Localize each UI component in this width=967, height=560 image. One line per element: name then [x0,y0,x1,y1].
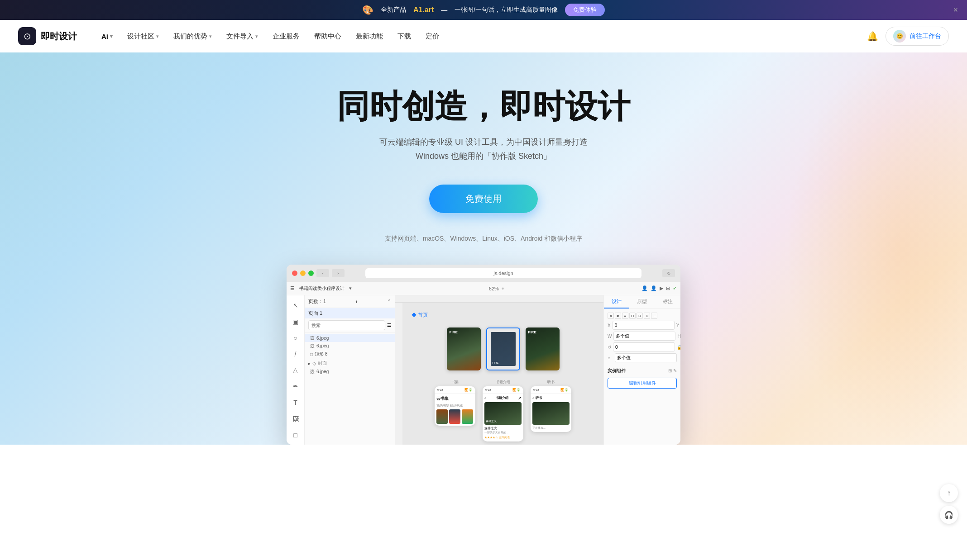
align-left-icon[interactable]: ⊲ [608,313,614,319]
align-right-icon[interactable]: ≡ [622,313,628,319]
hero-cta-button[interactable]: 免费使用 [429,185,538,213]
tab-design[interactable]: 设计 [604,295,629,308]
frame-tool[interactable]: ▣ [289,315,302,328]
component-options-icon[interactable]: ⊞ ✎ [668,368,677,373]
refresh-button[interactable]: ↻ [662,269,675,277]
nav-item-download[interactable]: 下载 [391,28,417,44]
circle-tool[interactable]: ○ [289,332,302,344]
hero-subtitle-line1: 可云端编辑的专业级 UI 设计工具，为中国设计师量身打造 [379,138,588,147]
image-tool[interactable]: 🖼 [289,413,302,425]
play-icon[interactable]: ▶ [660,285,663,291]
layer-search-input[interactable] [308,320,385,330]
more-align-icon[interactable]: ⋯ [651,313,657,319]
check-icon: ✓ [673,285,677,291]
bell-icon[interactable]: 🔔 [867,31,878,42]
cursor-tool[interactable]: ↖ [289,299,302,312]
x-label: X [608,323,611,328]
url-bar[interactable]: js.design [365,268,641,278]
nav-forward-button[interactable]: › [332,269,345,277]
banner-cta-button[interactable]: 免费体验 [565,4,605,16]
nav-item-pricing[interactable]: 定价 [419,28,445,44]
extra-input[interactable] [615,353,677,362]
nav-item-community[interactable]: 设计社区 ▾ [121,28,165,44]
hero-support-text: 支持网页端、macOS、Windows、Linux、iOS、Android 和微… [385,235,582,243]
layer-item-rect[interactable]: □ 矩形 8 [305,350,395,359]
text-tool[interactable]: T [289,396,302,409]
edit-component-button[interactable]: 编辑引用组件 [608,378,677,389]
triangle-tool[interactable]: △ [289,364,302,377]
add-page-button[interactable]: + [355,299,358,304]
w-input[interactable] [613,332,675,341]
layer-name: 6.jpeg [316,369,329,374]
rotation-input[interactable] [613,342,675,351]
nav-item-ai[interactable]: Ai ▾ [95,29,119,44]
nav-item-features[interactable]: 最新功能 [349,28,389,44]
right-panel-tabs: 设计 原型 标注 [604,295,680,309]
dropdown-icon[interactable]: ▾ [349,285,352,291]
book-card-2[interactable]: FIRE [486,327,520,370]
book-card-1[interactable]: FIRE [447,327,481,370]
group-name: 封面 [318,360,327,366]
goto-workspace-button[interactable]: 😊 前往工作台 [886,27,949,46]
phone-header-1: 9:41 📶🔋 [435,386,475,394]
book-grid-1 [436,409,474,424]
zoom-add-button[interactable]: + [502,286,504,291]
window-close-dot[interactable] [292,271,297,276]
align-middle-icon[interactable]: ⊔ [637,313,643,319]
pen-tool[interactable]: ✒ [289,380,302,393]
nav-item-advantage[interactable]: 我们的优势 ▾ [167,28,218,44]
phone-frame-2: 9:41 📶🔋 ‹ 书籍介绍 ↗ [483,386,523,441]
logo-area[interactable]: ⊙ 即时设计 [18,27,77,45]
nav-links: Ai ▾ 设计社区 ▾ 我们的优势 ▾ 文件导入 ▾ 企业服务 帮助中心 最新功… [95,28,867,44]
lock-icon[interactable]: 🔒 [677,345,680,350]
chevron-down-icon: ▾ [255,33,258,39]
align-center-icon[interactable]: ⊳ [615,313,621,319]
phone-time-3: 9:41 [533,389,540,392]
tab-annotation[interactable]: 标注 [655,295,680,308]
nav-item-enterprise-label: 企业服务 [273,32,300,41]
list-options-icon[interactable]: ≡ [387,321,391,329]
tab-prototype[interactable]: 原型 [629,295,655,308]
nav-item-import[interactable]: 文件导入 ▾ [220,28,264,44]
image-icon: 🖼 [310,336,315,341]
banner-close-button[interactable]: × [953,5,958,15]
x-input[interactable] [613,321,675,330]
w-label: W [608,334,612,339]
window-maximize-dot[interactable] [308,271,314,276]
layer-item-jpeg1[interactable]: 🖼 6.jpeg [305,334,395,342]
nav-item-enterprise[interactable]: 企业服务 [266,28,306,44]
page-list-item[interactable]: 页面 1 [305,308,395,318]
grid-icon[interactable]: ⊞ [666,285,670,291]
rotation-label: ↺ [608,345,611,350]
chevron-down-icon: ▾ [209,33,212,39]
hamburger-icon[interactable]: ☰ [290,285,295,291]
expand-icon[interactable]: ⌃ [387,299,391,304]
h-label: H [677,334,680,339]
window-minimize-dot[interactable] [300,271,306,276]
logo-text: 即时设计 [41,30,77,43]
layer-group-cover[interactable]: ▸ ◇ 封面 [305,359,395,368]
layer-panel-header: 页数：1 + ⌃ [305,295,395,308]
expand-icon[interactable]: ▸ [308,361,311,366]
banner-product-name: A1.art [413,6,434,14]
layer-item-jpeg2[interactable]: 🖼 6.jpeg [305,342,395,350]
align-top-icon[interactable]: ⊓ [629,313,636,319]
nav-item-help[interactable]: 帮助中心 [308,28,348,44]
ruler-top [395,295,603,303]
nav-right: 🔔 😊 前往工作台 [867,27,949,46]
layer-item-jpeg3[interactable]: 🖼 6.jpeg [305,368,395,375]
distribute-icon[interactable]: ⊕ [644,313,650,319]
preview-titlebar: ‹ › js.design ↻ [287,265,680,282]
nav-back-button[interactable]: ‹ [316,269,329,277]
shape-tool[interactable]: □ [289,429,302,441]
nav-item-download-label: 下载 [397,32,411,41]
book-card-3[interactable]: FIRE [526,327,560,370]
phone-time-1: 9:41 [437,389,444,392]
group-icon: ◇ [312,361,316,366]
line-tool[interactable]: / [289,348,302,361]
phone-body-1: 云书集 我的书架 精品书城 [435,394,475,426]
app-toolbar: ☰ 书籍阅读类小程序设计 ▾ 62% + 👤 👤 ▶ ⊞ ✓ [287,282,680,295]
nav-item-ai-label: Ai [101,33,108,40]
nav-item-community-label: 设计社区 [127,32,154,41]
right-panel: 设计 原型 标注 ⊲ ⊳ ≡ ⊓ ⊔ ⊕ ⋯ X [603,295,680,445]
